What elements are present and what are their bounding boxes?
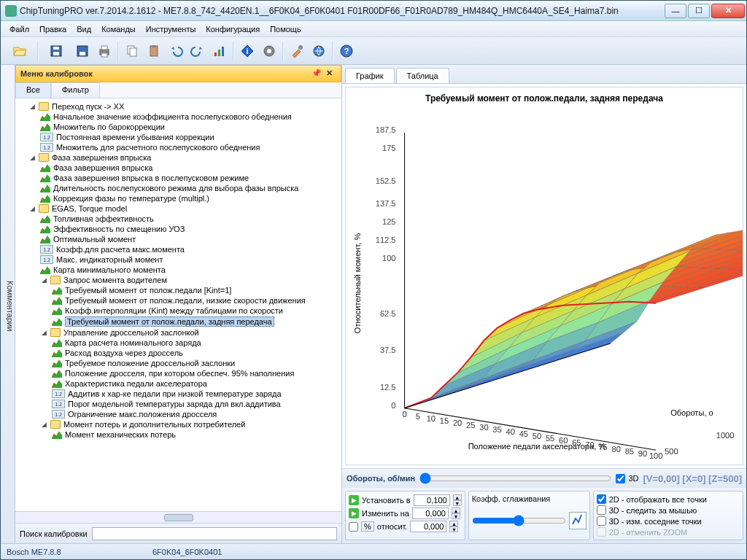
tree-item[interactable]: 1.2Аддитив к хар-ке педали при низкой те… — [52, 389, 340, 399]
tree-item[interactable]: 1.2Макс. индикаторный момент — [40, 254, 340, 265]
tree-item[interactable]: ◢Фаза завершения впрыска — [28, 152, 340, 163]
settings-button[interactable] — [259, 41, 279, 61]
tool2-button[interactable] — [309, 41, 329, 61]
maximize-button[interactable]: ☐ — [688, 4, 710, 18]
tree-item[interactable]: Эффективность по смещению УОЗ — [40, 224, 340, 234]
comments-vtab[interactable]: Комментарии — [1, 65, 15, 543]
display-option-0[interactable]: 2D - отображать все точки — [597, 494, 740, 504]
tree-item[interactable]: 1.2Множитель для расчетного послепусково… — [40, 142, 340, 152]
display-option-1[interactable]: 3D - следить за мышью — [597, 505, 740, 515]
expand-icon[interactable]: ◢ — [28, 205, 36, 212]
tree-item[interactable]: Топливная эффективность — [40, 214, 340, 224]
set-value-input[interactable] — [414, 494, 450, 506]
tree-item[interactable]: Начальное значение коэффициента послепус… — [40, 112, 340, 122]
display-option-2[interactable]: 3D - изм. соседние точки — [597, 516, 740, 526]
undo-button[interactable] — [166, 41, 186, 61]
tree-item[interactable]: Фаза завершения впрыска — [40, 163, 340, 173]
chart-area[interactable]: 012.537.562.5100112.5125137.5152.5175187… — [346, 109, 743, 464]
menu-5[interactable]: Конфигурация — [201, 23, 264, 35]
tree-item[interactable]: Фаза завершения впрыска в послепусковом … — [40, 173, 340, 183]
svg-rect-4 — [80, 52, 85, 55]
tree-item[interactable]: Коррекция фазы по температуре (multipl.) — [40, 193, 340, 203]
save-button[interactable] — [42, 41, 71, 61]
pct-checkbox[interactable] — [349, 522, 358, 532]
expand-icon[interactable]: ◢ — [40, 329, 47, 336]
tree-item[interactable]: 1.2Постоянная времени убывания коррекции — [40, 132, 340, 142]
tree-item[interactable]: Множитель по барокоррекции — [40, 122, 340, 132]
copy-button[interactable] — [122, 41, 142, 61]
tree-item[interactable]: Требуемый момент от полож.педали, низкие… — [52, 295, 340, 306]
chg-dn[interactable]: ▼ — [452, 513, 460, 519]
rpm-slider[interactable] — [419, 472, 611, 485]
menu-2[interactable]: Вид — [72, 23, 96, 35]
tab-table[interactable]: Таблица — [396, 68, 449, 83]
tree-item[interactable]: Расход воздуха через дроссель — [52, 348, 340, 358]
apply-set-icon[interactable]: ▶ — [349, 495, 359, 505]
save-as-button[interactable] — [72, 41, 93, 61]
pct-value-input[interactable] — [410, 521, 446, 532]
set-up[interactable]: ▲ — [453, 494, 462, 500]
left-subtabs: Все Фильтр — [15, 82, 341, 98]
menu-0[interactable]: Файл — [5, 23, 34, 35]
tree-item[interactable]: Момент механических потерь — [52, 429, 340, 440]
menu-1[interactable]: Правка — [35, 23, 71, 35]
tree-item[interactable]: Длительность послепускового режима для в… — [40, 183, 340, 193]
tree-item[interactable]: 1.2Коэфф.для расчета макс.момента — [40, 244, 340, 254]
tool1-button[interactable] — [287, 41, 307, 61]
set-dn[interactable]: ▼ — [453, 500, 462, 506]
tree-item[interactable]: Характеристика педали акселератора — [52, 378, 340, 389]
help-button[interactable]: ? — [336, 41, 357, 61]
paste-button[interactable] — [144, 41, 164, 61]
expand-icon[interactable]: ◢ — [40, 276, 47, 284]
expand-icon[interactable]: ◢ — [28, 103, 36, 110]
smooth-apply-button[interactable] — [569, 512, 587, 529]
tree-item[interactable]: Карта минимального момента — [40, 265, 340, 275]
tree-item[interactable]: ◢Переход пуск -> XX — [28, 101, 340, 112]
titlebar: ChipTuningPRO ver.7.2014.2.1612 - ME7.8.… — [1, 1, 746, 21]
expand-icon[interactable]: ◢ — [28, 154, 36, 161]
window-title: ChipTuningPRO ver.7.2014.2.1612 - ME7.8.… — [20, 6, 663, 16]
menu-4[interactable]: Инструменты — [142, 23, 201, 35]
minimize-button[interactable]: — — [665, 4, 686, 18]
h-scrollbar[interactable] — [15, 511, 341, 523]
tree-item[interactable]: Требуемый момент от полож.педали, задняя… — [52, 316, 340, 327]
3d-checkbox[interactable]: 3D — [616, 474, 638, 483]
tree-item[interactable]: ◢EGAS, Torque model — [28, 203, 340, 214]
apply-change-icon[interactable]: ▶ — [349, 508, 359, 518]
search-input[interactable] — [92, 527, 337, 540]
panel-close-icon[interactable]: ✕ — [326, 69, 336, 79]
calibration-tree[interactable]: ◢Переход пуск -> XXНачальное значение ко… — [15, 98, 341, 511]
tree-item[interactable]: Карта расчета номинального заряда — [52, 338, 340, 348]
redo-button[interactable] — [187, 41, 208, 61]
pct-dn[interactable]: ▼ — [449, 526, 458, 532]
chart-button[interactable] — [209, 41, 230, 61]
tree-item[interactable]: Коэфф.интерполяции (Kint) между таблицам… — [52, 306, 340, 316]
tree-item[interactable]: Положение дросселя, при котором обеспеч.… — [52, 368, 340, 378]
tree-item[interactable]: Оптимальный момент — [40, 234, 340, 244]
tree-label: Расход воздуха через дроссель — [65, 349, 183, 357]
tree-label: Макс. индикаторный момент — [56, 255, 163, 264]
tree-item[interactable]: 1.2Порог модельной температуры заряда дл… — [52, 399, 340, 409]
expand-icon[interactable]: ◢ — [40, 421, 47, 428]
menu-6[interactable]: Помощь — [266, 23, 306, 35]
pin-icon[interactable]: 📌 — [311, 69, 322, 79]
close-button[interactable]: ✕ — [711, 4, 745, 18]
tree-item[interactable]: Требуемый момент от полож.педали [Kint=1… — [52, 285, 340, 295]
change-value-input[interactable] — [412, 508, 449, 519]
tab-all[interactable]: Все — [15, 82, 51, 98]
tree-item[interactable]: ◢Управление дроссельной заслонкой — [40, 327, 340, 338]
tree-item[interactable]: ◢Запрос момента водителем — [40, 275, 340, 285]
info-button[interactable]: i — [237, 41, 258, 61]
smooth-slider[interactable] — [472, 515, 566, 526]
print-button[interactable] — [94, 41, 115, 61]
tree-item[interactable]: 1.2Ограничение макс.положения дросселя — [52, 409, 340, 419]
tab-filter[interactable]: Фильтр — [51, 82, 100, 98]
menu-3[interactable]: Команды — [97, 23, 140, 35]
open-button[interactable] — [5, 41, 34, 61]
tab-graph[interactable]: График — [345, 68, 395, 83]
pct-up[interactable]: ▲ — [449, 521, 458, 526]
chg-up[interactable]: ▲ — [452, 508, 460, 513]
tree-item[interactable]: Требуемое положение дроссельной заслонки — [52, 358, 340, 368]
tree-item[interactable]: ◢Момент потерь и дополнительных потребит… — [40, 419, 340, 429]
svg-text:Обороты, о: Обороты, о — [670, 408, 713, 417]
